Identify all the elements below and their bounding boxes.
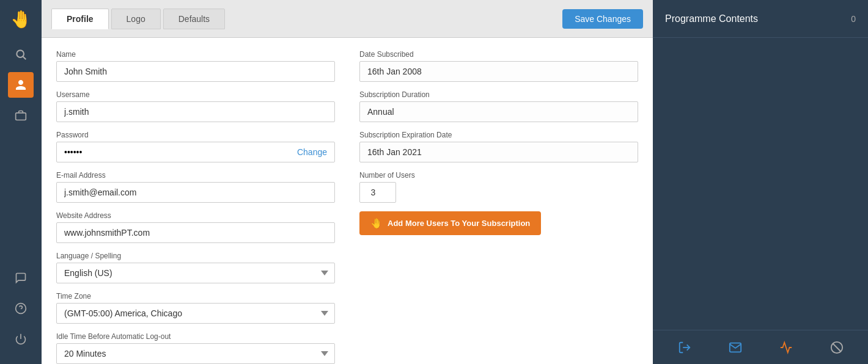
- sidebar-item-help[interactable]: [8, 296, 34, 321]
- name-group: Name: [56, 50, 335, 82]
- date-subscribed-label: Date Subscribed: [359, 50, 638, 59]
- num-users-input[interactable]: [359, 182, 396, 203]
- sidebar-item-user[interactable]: [8, 72, 34, 98]
- add-users-label: Add More Users To Your Subscription: [388, 219, 530, 228]
- svg-point-0: [17, 50, 24, 57]
- right-panel: Programme Contents 0: [653, 0, 868, 364]
- num-users-group: Number of Users: [359, 171, 638, 203]
- language-label: Language / Spelling: [56, 252, 335, 260]
- password-group: Password Change: [56, 131, 335, 162]
- sidebar-item-briefcase[interactable]: [8, 103, 34, 128]
- subscription-expiry-label: Subscription Expiration Date: [359, 131, 638, 139]
- subscription-duration-input[interactable]: [359, 101, 638, 122]
- email-label: E-mail Address: [56, 171, 335, 180]
- name-label: Name: [56, 50, 335, 59]
- subscription-expiry-input[interactable]: [359, 142, 638, 162]
- sidebar: 🤚: [0, 0, 42, 364]
- num-users-label: Number of Users: [359, 171, 638, 180]
- website-group: Website Address: [56, 211, 335, 243]
- tab-defaults[interactable]: Defaults: [163, 9, 225, 29]
- idle-select[interactable]: 20 Minutes: [56, 343, 335, 364]
- username-group: Usersame: [56, 90, 335, 122]
- subscription-duration-label: Subscription Duration: [359, 90, 638, 99]
- add-users-button[interactable]: 🤚 Add More Users To Your Subscription: [359, 211, 541, 235]
- timezone-select[interactable]: (GMT-05:00) America, Chicago: [56, 303, 335, 324]
- timezone-label: Time Zone: [56, 292, 335, 300]
- change-password-button[interactable]: Change: [290, 147, 334, 157]
- username-input[interactable]: [56, 101, 335, 122]
- briefcase-icon: [15, 109, 27, 122]
- chat-icon: [15, 272, 27, 284]
- website-input[interactable]: [56, 222, 335, 243]
- mail-icon[interactable]: [724, 337, 746, 359]
- sidebar-item-chat[interactable]: [8, 265, 34, 291]
- password-row: Change: [56, 142, 335, 162]
- tabs: Profile Logo Defaults: [51, 9, 562, 29]
- sidebar-item-power[interactable]: [8, 326, 34, 352]
- user-icon: [15, 79, 27, 91]
- header-bar: Profile Logo Defaults Save Changes: [42, 0, 653, 38]
- save-changes-button[interactable]: Save Changes: [562, 9, 643, 29]
- subscription-duration-group: Subscription Duration: [359, 90, 638, 122]
- idle-label: Idle Time Before Automatic Log-out: [56, 332, 335, 341]
- language-select[interactable]: English (US): [56, 263, 335, 283]
- block-icon[interactable]: [826, 337, 848, 359]
- tab-logo[interactable]: Logo: [111, 9, 161, 29]
- form-left-col: Name Usersame Password Change E-mail Add…: [56, 50, 335, 352]
- svg-line-8: [833, 343, 840, 351]
- idle-group: Idle Time Before Automatic Log-out 20 Mi…: [56, 332, 335, 364]
- right-panel-title: Programme Contents: [665, 13, 758, 24]
- email-group: E-mail Address: [56, 171, 335, 203]
- chart-icon[interactable]: [775, 337, 797, 359]
- username-label: Usersame: [56, 90, 335, 99]
- right-panel-footer: [653, 330, 868, 364]
- timezone-group: Time Zone (GMT-05:00) America, Chicago: [56, 292, 335, 324]
- add-users-hand-icon: 🤚: [370, 217, 383, 229]
- add-users-group: 🤚 Add More Users To Your Subscription: [359, 211, 638, 235]
- date-subscribed-group: Date Subscribed: [359, 50, 638, 82]
- password-label: Password: [56, 131, 335, 139]
- form-area: Name Usersame Password Change E-mail Add…: [42, 38, 653, 364]
- svg-line-1: [23, 57, 26, 60]
- language-group: Language / Spelling English (US): [56, 252, 335, 283]
- export-icon[interactable]: [674, 337, 696, 359]
- email-input[interactable]: [56, 182, 335, 203]
- search-icon: [15, 48, 27, 60]
- website-label: Website Address: [56, 211, 335, 220]
- right-panel-header: Programme Contents 0: [653, 0, 868, 38]
- sidebar-bottom: [8, 265, 34, 358]
- sidebar-logo: 🤚: [8, 6, 34, 32]
- password-input[interactable]: [57, 142, 290, 162]
- date-subscribed-input[interactable]: [359, 61, 638, 82]
- form-right-col: Date Subscribed Subscription Duration Su…: [359, 50, 638, 352]
- sidebar-item-search[interactable]: [8, 42, 34, 67]
- right-panel-body: [653, 38, 868, 330]
- power-icon: [15, 333, 27, 345]
- logo-icon: 🤚: [10, 9, 32, 29]
- main-content: Profile Logo Defaults Save Changes Name …: [42, 0, 653, 364]
- help-icon: [15, 302, 27, 315]
- svg-rect-2: [16, 113, 26, 120]
- subscription-expiry-group: Subscription Expiration Date: [359, 131, 638, 162]
- tab-profile[interactable]: Profile: [51, 9, 109, 29]
- name-input[interactable]: [56, 61, 335, 82]
- right-panel-count: 0: [851, 14, 856, 24]
